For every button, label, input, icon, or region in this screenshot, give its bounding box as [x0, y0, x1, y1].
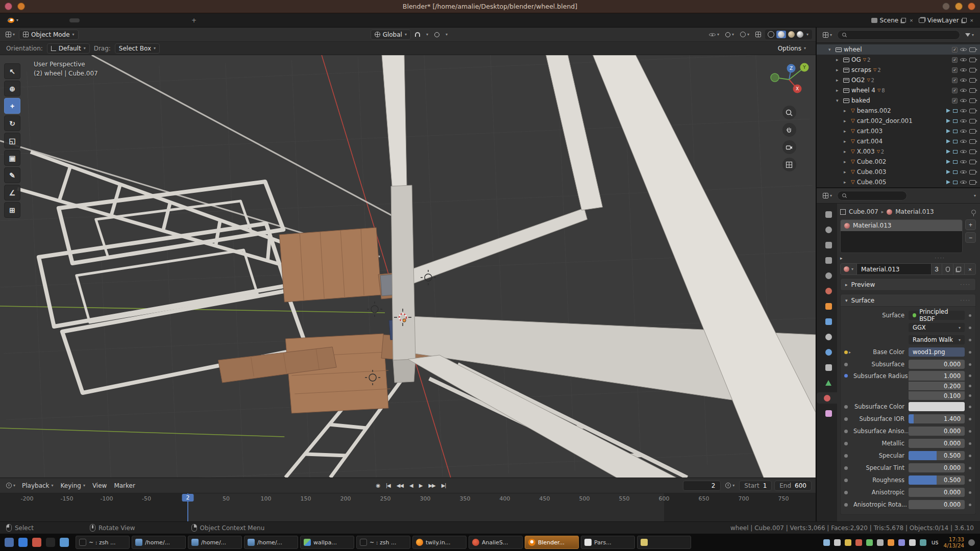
menu-file[interactable]: [21, 19, 30, 22]
hide-toggle-icon[interactable]: [960, 179, 967, 185]
shading-material-button[interactable]: [788, 31, 795, 38]
object-visibility-dropdown[interactable]: ▾: [707, 31, 721, 39]
tray-icon-1[interactable]: [823, 539, 830, 546]
properties-search-input[interactable]: [837, 191, 907, 201]
gizmos-dropdown[interactable]: ▾: [723, 31, 736, 38]
frame-start-field[interactable]: Start 1: [739, 481, 772, 491]
menu-edit[interactable]: [30, 19, 38, 22]
launcher-terminal[interactable]: [44, 536, 57, 549]
outliner-row[interactable]: ▽ wheel 4 ▽8: [817, 85, 980, 95]
breadcrumb-object[interactable]: Cube.007: [849, 208, 878, 215]
task-window-twily[interactable]: twily.in...: [412, 536, 467, 549]
camera-view-button[interactable]: [782, 140, 796, 154]
expand-arrow-icon[interactable]: [836, 98, 841, 103]
selectable-toggle-icon[interactable]: [946, 109, 950, 113]
render-toggle-icon[interactable]: [969, 129, 976, 134]
menu-window[interactable]: [46, 19, 54, 22]
properties-tab-constraints[interactable]: [820, 362, 837, 373]
keyframe-dot-icon[interactable]: [965, 442, 971, 445]
options-dropdown[interactable]: Options ▾: [774, 44, 810, 53]
properties-tab-material[interactable]: [817, 392, 837, 404]
workspace-tab-compositing[interactable]: [155, 18, 165, 22]
selectable-toggle-icon[interactable]: [946, 170, 950, 174]
transform-tool[interactable]: ▣: [4, 150, 20, 166]
move-tool[interactable]: +: [4, 98, 20, 114]
task-window-zsh-2[interactable]: ~ : zsh ...: [356, 536, 410, 549]
render-toggle-icon[interactable]: [969, 139, 976, 144]
outliner-row[interactable]: ▽ cart.004: [817, 136, 980, 146]
property-field[interactable]: 0.000: [909, 500, 965, 509]
hide-toggle-icon[interactable]: [960, 148, 967, 155]
properties-tab-particles[interactable]: [820, 331, 837, 342]
render-toggle-icon[interactable]: [969, 58, 976, 62]
expand-arrow-icon[interactable]: [836, 57, 841, 62]
keyframe-dot-icon[interactable]: [965, 351, 971, 354]
add-cube-tool[interactable]: ⊞: [4, 202, 20, 218]
keyframe-dot-icon[interactable]: [965, 374, 971, 377]
selectable-toggle-icon[interactable]: [946, 119, 950, 123]
properties-tab-scene[interactable]: [820, 270, 837, 281]
scale-tool[interactable]: ◱: [4, 133, 20, 148]
hide-toggle-icon[interactable]: [960, 67, 967, 73]
timeline-menu-marker[interactable]: Marker▾: [110, 481, 138, 491]
collection-checkbox[interactable]: [952, 67, 958, 73]
workspace-tab-scripting[interactable]: [177, 18, 187, 22]
blender-logo-menu[interactable]: ▾: [4, 17, 20, 24]
shading-rendered-button[interactable]: [797, 31, 803, 38]
hide-toggle-icon[interactable]: [960, 87, 967, 93]
expand-arrow-icon[interactable]: [844, 169, 849, 174]
property-field[interactable]: 1.000: [909, 371, 965, 381]
keyframe-dot-icon[interactable]: [965, 491, 971, 494]
render-toggle-icon[interactable]: [969, 98, 976, 103]
material-slot[interactable]: Material.013: [841, 220, 962, 231]
render-toggle-icon[interactable]: [969, 170, 976, 174]
subsurface-method-dropdown[interactable]: Random Walk ▾: [909, 335, 965, 344]
timeline-menu-keying[interactable]: Keying▾: [57, 481, 89, 491]
task-window-analies[interactable]: AnalieS...: [469, 536, 523, 549]
keyframe-dot-icon[interactable]: [965, 479, 971, 482]
property-field[interactable]: 0.500: [909, 451, 965, 460]
workspace-tab-uv-editing[interactable]: [102, 18, 112, 22]
annotate-tool[interactable]: ✎: [4, 167, 20, 183]
properties-tab-render[interactable]: [820, 224, 837, 235]
current-frame-field[interactable]: 2: [683, 481, 721, 491]
property-field[interactable]: wood1.png: [909, 347, 965, 357]
task-window-home-3[interactable]: /home/...: [244, 536, 298, 549]
property-field[interactable]: 0.000: [909, 439, 965, 448]
snapping-dropdown[interactable]: ▾: [424, 31, 430, 38]
properties-tab-object[interactable]: [820, 300, 837, 312]
collection-checkbox[interactable]: [952, 57, 958, 63]
distribution-dropdown[interactable]: GGX ▾: [909, 323, 965, 332]
property-field[interactable]: [909, 402, 965, 411]
play-button[interactable]: ▶: [416, 481, 425, 490]
outliner-filter-button[interactable]: ▾: [963, 32, 976, 38]
shading-solid-button[interactable]: [778, 31, 785, 38]
playback-sync-dropdown[interactable]: ▾: [723, 482, 737, 489]
browse-material-button[interactable]: ▾: [840, 263, 857, 275]
collection-checkbox[interactable]: [952, 78, 958, 83]
render-toggle-icon[interactable]: [969, 78, 976, 83]
menu-add[interactable]: [97, 33, 105, 36]
new-scene-button[interactable]: [901, 17, 906, 23]
unlink-scene-button[interactable]: ×: [909, 17, 913, 23]
render-toggle-icon[interactable]: [969, 47, 976, 52]
keyframe-dot-icon[interactable]: [965, 455, 971, 457]
tray-icon-7[interactable]: [888, 539, 894, 546]
keyframe-dot-icon[interactable]: [965, 504, 971, 506]
expand-arrow-icon[interactable]: [844, 180, 849, 185]
material-name-field[interactable]: Material.013: [857, 263, 932, 275]
expand-arrow-icon[interactable]: [844, 149, 849, 154]
3d-viewport[interactable]: User Perspective (2) wheel | Cube.007 ↖⊕…: [0, 55, 816, 478]
workspace-tab-sculpting[interactable]: [91, 18, 101, 22]
properties-tab-output[interactable]: [820, 239, 837, 251]
launcher-files[interactable]: [58, 536, 70, 549]
editor-type-selector[interactable]: ▾: [4, 31, 17, 38]
viewport-display-icon[interactable]: [953, 130, 958, 133]
selectable-toggle-icon[interactable]: [946, 149, 950, 154]
launcher-browser[interactable]: [16, 536, 29, 549]
next-keyframe-button[interactable]: ▶▶: [426, 481, 437, 490]
expand-arrow-icon[interactable]: [836, 88, 841, 93]
transform-orientation-dropdown[interactable]: Global ▾: [371, 30, 411, 40]
measure-tool[interactable]: ∠: [4, 185, 20, 201]
menu-object[interactable]: [105, 33, 113, 36]
